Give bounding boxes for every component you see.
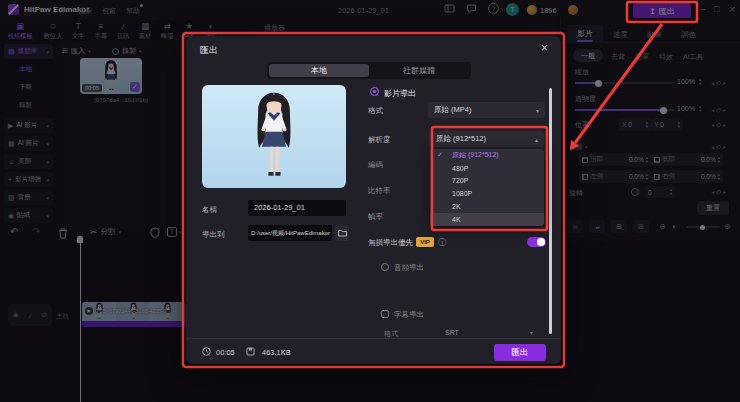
dialog-footer: 00:05 463.1KB 匯出 — [186, 338, 561, 365]
name-input[interactable]: 2026-01-29_01 — [248, 200, 346, 216]
format-label: 格式 — [368, 106, 383, 116]
subtitle-format-value[interactable]: SRT — [445, 329, 459, 336]
lossless-label: 無損導出優先 — [368, 238, 413, 248]
resolution-select[interactable]: 原始 (912*512) ▴ — [430, 131, 544, 147]
resolution-label: 解析度 — [368, 135, 391, 145]
audio-export-label: 音頻導出 — [394, 263, 424, 273]
encode-label: 編碼 — [368, 160, 383, 170]
check-icon: ✓ — [437, 151, 443, 159]
footer-duration: 00:05 — [216, 348, 235, 357]
video-export-radio[interactable] — [370, 87, 379, 96]
fps-label: 幀率 — [368, 212, 383, 222]
chevron-up-icon: ▴ — [535, 136, 538, 143]
resolution-option-4k[interactable]: 4K — [430, 213, 544, 226]
girl-preview-image — [246, 89, 302, 184]
dialog-scrollbar[interactable] — [549, 88, 552, 334]
export-preview-image — [202, 85, 346, 188]
audio-export-radio[interactable] — [381, 263, 389, 271]
resolution-dropdown: ✓ 原始 (912*512) 480P 720P 1080P 2K 4K — [430, 149, 544, 226]
bitrate-label: 比特率 — [368, 186, 391, 196]
dialog-tabs: 本地 社群媒體 — [267, 62, 471, 79]
resolution-option-720p[interactable]: 720P — [430, 175, 544, 188]
dialog-close-icon[interactable]: × — [541, 41, 548, 55]
subtitle-export-checkbox[interactable] — [381, 310, 389, 318]
export-dialog: 匯出 × 本地 社群媒體 影片導出 格式 原始 (MP4) ▾ 解析度 原始 (… — [186, 36, 561, 364]
destination-input[interactable]: D:/user/视频/HitPawEdimakor — [248, 225, 332, 241]
resolution-option-480p[interactable]: 480P — [430, 162, 544, 175]
folder-icon — [338, 229, 347, 237]
name-label: 名稱 — [202, 205, 217, 215]
resolution-option-original[interactable]: ✓ 原始 (912*512) — [430, 149, 544, 162]
browse-folder-button[interactable] — [335, 225, 349, 241]
dialog-title: 匯出 — [200, 44, 218, 57]
format-select[interactable]: 原始 (MP4) ▾ — [428, 102, 545, 118]
dialog-export-button[interactable]: 匯出 — [494, 344, 546, 361]
video-export-label: 影片導出 — [384, 88, 416, 99]
vip-badge: VIP — [416, 237, 434, 247]
app-window: HitPaw Edimakor 檔案 視窗 幫助 2026-01-29_01 ?… — [0, 0, 740, 402]
lossless-toggle[interactable] — [527, 237, 546, 247]
destination-label: 導出到 — [202, 230, 225, 240]
footer-size: 463.1KB — [262, 348, 291, 357]
tab-local[interactable]: 本地 — [269, 64, 369, 77]
subtitle-format-chevron-icon[interactable]: ▾ — [530, 329, 533, 336]
info-icon[interactable]: ⓘ — [438, 237, 446, 248]
chevron-down-icon: ▾ — [536, 107, 539, 114]
resolution-option-1080p[interactable]: 1080P — [430, 187, 544, 200]
resolution-option-2k[interactable]: 2K — [430, 200, 544, 213]
subtitle-export-label: 字幕導出 — [394, 310, 424, 320]
clock-icon — [202, 347, 211, 358]
tab-social-media[interactable]: 社群媒體 — [369, 64, 469, 77]
storage-icon — [246, 347, 255, 358]
